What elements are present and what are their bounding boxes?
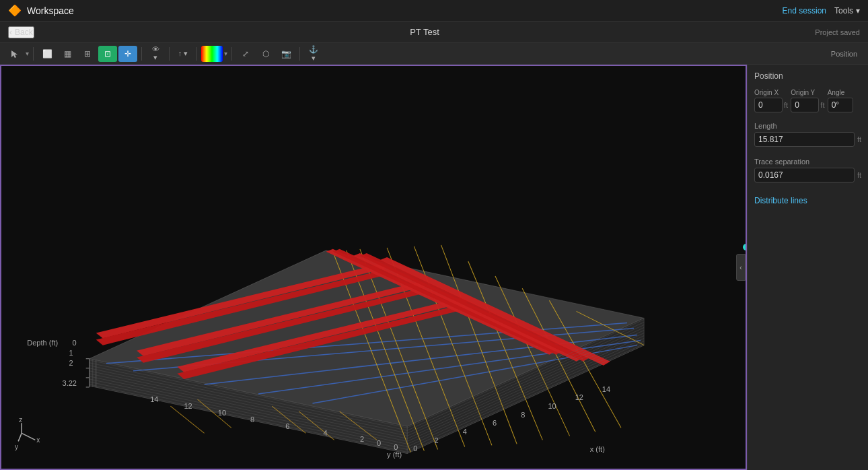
svg-text:4: 4 bbox=[324, 429, 328, 437]
3d-viewport[interactable]: Depth (ft) 0 1 2 3.22 y (ft) 0 0 2 4 6 8… bbox=[0, 65, 747, 470]
svg-text:2: 2 bbox=[360, 435, 364, 443]
toolbar: ▾ ⬜ ▦ ⊞ ⊡ ✛ 👁 ▾ ↑ ▾ ▾ ⤢ ⬡ 📷 ⚓ ▾ Position bbox=[0, 43, 868, 65]
logo-area: 🔶 Workspace bbox=[8, 4, 74, 17]
topbar: 🔶 Workspace End session Tools ▾ bbox=[0, 0, 868, 22]
svg-text:14: 14 bbox=[602, 385, 610, 393]
length-unit: ft bbox=[857, 135, 861, 143]
logo-icon: 🔶 bbox=[8, 4, 22, 17]
svg-text:4: 4 bbox=[463, 428, 467, 436]
toolbar-camera-btn[interactable]: 📷 bbox=[277, 46, 295, 62]
toolbar-sep-6 bbox=[299, 47, 300, 61]
svg-text:2: 2 bbox=[434, 436, 438, 444]
toolbar-sep-1 bbox=[33, 47, 34, 61]
toolbar-3d-btn[interactable]: ⬡ bbox=[256, 46, 275, 62]
toolbar-sep-4 bbox=[196, 47, 197, 61]
svg-text:8: 8 bbox=[521, 411, 525, 419]
toolbar-zoom-fit-btn[interactable]: ⤢ bbox=[236, 46, 255, 62]
toolbar-cursor-btn[interactable]: ✛ bbox=[118, 46, 137, 62]
svg-text:0: 0 bbox=[394, 443, 398, 451]
svg-text:6: 6 bbox=[285, 422, 289, 430]
svg-text:Depth (ft): Depth (ft) bbox=[27, 339, 58, 347]
toolbar-export-btn[interactable]: ↑ ▾ bbox=[174, 46, 192, 62]
back-button[interactable]: ‹ Back bbox=[8, 26, 34, 38]
origin-y-input[interactable] bbox=[791, 98, 819, 112]
trace-sep-section: Trace separation ft bbox=[754, 158, 861, 182]
length-input[interactable] bbox=[754, 132, 855, 147]
length-section: Length ft bbox=[754, 122, 861, 147]
tools-button[interactable]: Tools ▾ bbox=[834, 6, 860, 15]
dot-indicator bbox=[743, 244, 747, 250]
toolbar-sep-5 bbox=[231, 47, 232, 61]
toolbar-view-btn[interactable]: 👁 ▾ bbox=[146, 46, 165, 62]
svg-text:12: 12 bbox=[184, 402, 192, 410]
svg-text:8: 8 bbox=[250, 415, 254, 424]
svg-text:x: x bbox=[36, 436, 40, 444]
toolbar-snap-btn[interactable]: ⚓ ▾ bbox=[304, 46, 323, 62]
origin-x-unit: ft bbox=[784, 101, 788, 109]
toolbar-grid-btn[interactable]: ▦ bbox=[58, 46, 77, 62]
svg-text:z: z bbox=[19, 416, 22, 424]
topbar-right-actions: End session Tools ▾ bbox=[783, 6, 860, 15]
trace-sep-input[interactable] bbox=[754, 168, 855, 182]
svg-text:1: 1 bbox=[69, 349, 73, 357]
svg-text:10: 10 bbox=[548, 402, 556, 410]
right-panel: Position Origin X ft Origin Y ft Angle bbox=[747, 65, 868, 470]
svg-text:6: 6 bbox=[493, 419, 497, 427]
length-input-row: ft bbox=[754, 132, 861, 147]
app-title: Workspace bbox=[27, 5, 74, 16]
secondary-nav: ‹ Back PT Test Project saved bbox=[0, 22, 868, 43]
svg-text:14: 14 bbox=[150, 395, 158, 403]
toolbar-active-btn[interactable]: ⊡ bbox=[98, 46, 117, 62]
svg-text:12: 12 bbox=[575, 393, 583, 401]
toolbar-sep-3 bbox=[169, 47, 170, 61]
trace-sep-input-row: ft bbox=[754, 168, 861, 182]
svg-text:x (ft): x (ft) bbox=[590, 445, 605, 453]
trace-sep-label: Trace separation bbox=[754, 158, 861, 166]
toolbar-layout-btn[interactable]: ⊞ bbox=[78, 46, 97, 62]
origin-y-unit: ft bbox=[820, 101, 824, 109]
origin-row: Origin X ft Origin Y ft Angle bbox=[754, 89, 861, 112]
trace-sep-unit: ft bbox=[857, 171, 861, 179]
origin-x-input[interactable] bbox=[754, 98, 783, 112]
origin-y-label: Origin Y bbox=[791, 89, 824, 96]
origin-x-label: Origin X bbox=[754, 89, 788, 96]
project-title: PT Test bbox=[42, 27, 807, 37]
angle-label: Angle bbox=[828, 89, 861, 96]
svg-text:0: 0 bbox=[73, 339, 77, 347]
toolbar-select-btn[interactable] bbox=[5, 46, 24, 62]
toolbar-fullscreen-btn[interactable]: ⬜ bbox=[38, 46, 57, 62]
position-section-title: Position bbox=[754, 71, 861, 81]
svg-text:10: 10 bbox=[218, 409, 226, 417]
svg-text:3.22: 3.22 bbox=[62, 379, 77, 387]
svg-text:y: y bbox=[15, 443, 18, 450]
toolbar-sep-2 bbox=[141, 47, 142, 61]
svg-text:0: 0 bbox=[413, 444, 417, 452]
position-label: Position bbox=[831, 50, 857, 58]
end-session-button[interactable]: End session bbox=[783, 6, 826, 15]
main-layout: Depth (ft) 0 1 2 3.22 y (ft) 0 0 2 4 6 8… bbox=[0, 65, 868, 470]
svg-text:2: 2 bbox=[69, 359, 73, 367]
collapse-panel-button[interactable]: ‹ bbox=[736, 254, 746, 281]
toolbar-color-btn[interactable] bbox=[201, 46, 223, 62]
svg-text:0: 0 bbox=[377, 439, 381, 447]
length-label: Length bbox=[754, 122, 861, 130]
angle-input[interactable] bbox=[828, 98, 853, 112]
distribute-lines-link[interactable]: Distribute lines bbox=[754, 196, 861, 205]
scene-svg: Depth (ft) 0 1 2 3.22 y (ft) 0 0 2 4 6 8… bbox=[1, 66, 746, 469]
saved-status: Project saved bbox=[815, 28, 860, 36]
